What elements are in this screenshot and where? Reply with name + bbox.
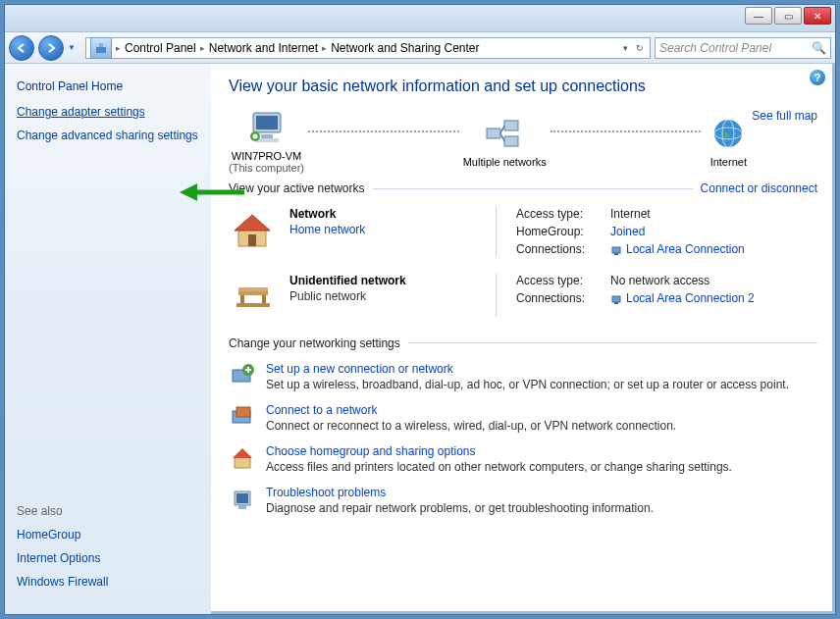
help-icon[interactable]: ? [810, 70, 825, 85]
breadcrumb-control-panel[interactable]: Control Panel [125, 41, 196, 55]
network-map: WIN7PRO-VM (This computer) Multiple netw… [229, 109, 817, 174]
address-bar[interactable]: ▸ Control Panel ▸ Network and Internet ▸… [85, 37, 651, 59]
map-node-multiple-networks[interactable]: Multiple networks [463, 115, 547, 168]
control-panel-home-link[interactable]: Control Panel Home [17, 79, 199, 93]
setup-connection-icon [229, 362, 256, 389]
task-link[interactable]: Troubleshoot problems [266, 486, 386, 499]
task-desc: Connect or reconnect to a wireless, wire… [266, 419, 676, 433]
navbar: ▼ ▸ Control Panel ▸ Network and Internet… [5, 32, 835, 64]
svg-rect-16 [248, 234, 256, 246]
svg-rect-25 [614, 302, 618, 304]
see-full-map-link[interactable]: See full map [752, 109, 817, 123]
main-panel: ? View your basic network information an… [211, 64, 835, 614]
close-button[interactable]: ✕ [804, 7, 831, 25]
connect-network-icon [229, 403, 256, 431]
forward-button[interactable] [38, 35, 64, 61]
network-type-link[interactable]: Home network [289, 223, 476, 236]
task-desc: Set up a wireless, broadband, dial-up, a… [266, 378, 789, 391]
active-networks-header: View your active networks Connect or dis… [229, 181, 817, 195]
homegroup-link[interactable]: Joined [610, 225, 745, 238]
svg-point-11 [714, 120, 742, 147]
tasks-section: Change your networking settings Set up a… [229, 329, 817, 515]
svg-rect-33 [236, 493, 248, 503]
breadcrumb-network-internet[interactable]: Network and Internet [209, 41, 318, 55]
section-title: View your active networks [229, 181, 365, 195]
network-type: Public network [289, 289, 476, 303]
svg-rect-19 [236, 303, 270, 307]
maximize-button[interactable]: ▭ [774, 7, 802, 25]
prop-value: Internet [610, 207, 745, 221]
sidebar: Control Panel Home Change adapter settin… [5, 64, 211, 614]
map-link-line [308, 130, 459, 132]
back-button[interactable] [9, 35, 34, 61]
adapter-icon [610, 244, 622, 256]
task-setup-connection[interactable]: Set up a new connection or networkSet up… [229, 362, 817, 391]
task-homegroup-sharing[interactable]: Choose homegroup and sharing optionsAcce… [229, 444, 817, 474]
prop-key: Connections: [516, 291, 604, 305]
titlebar: — ▭ ✕ [5, 5, 835, 32]
network-name: Network [289, 207, 336, 221]
svg-rect-24 [612, 296, 620, 302]
chevron-right-icon: ▸ [322, 43, 327, 53]
prop-key: Connections: [516, 242, 604, 256]
task-desc: Diagnose and repair network problems, or… [266, 501, 654, 515]
network-entry: Network Home network Access type: Intern… [229, 201, 817, 268]
refresh-button[interactable]: ↻ [634, 43, 646, 53]
network-name: Unidentified network [289, 274, 406, 287]
chevron-right-icon: ▸ [200, 43, 205, 53]
task-link[interactable]: Choose homegroup and sharing options [266, 444, 475, 458]
task-troubleshoot[interactable]: Troubleshoot problemsDiagnose and repair… [229, 486, 817, 515]
home-network-icon [229, 207, 276, 250]
change-adapter-settings-link[interactable]: Change adapter settings [17, 105, 199, 119]
svg-rect-22 [262, 295, 266, 303]
map-node-label: Internet [705, 156, 752, 168]
page-title: View your basic network information and … [229, 77, 817, 95]
task-connect-network[interactable]: Connect to a networkConnect or reconnect… [229, 403, 817, 433]
connect-disconnect-link[interactable]: Connect or disconnect [701, 181, 817, 195]
svg-rect-9 [504, 121, 518, 130]
window: — ▭ ✕ ▼ ▸ Control Panel ▸ Network and In… [4, 4, 836, 615]
prop-value: No network access [610, 274, 755, 287]
networks-icon [481, 115, 528, 152]
search-input[interactable]: Search Control Panel 🔍 [655, 37, 831, 59]
troubleshoot-icon [229, 486, 256, 513]
svg-rect-1 [99, 43, 103, 47]
map-node-internet[interactable]: Internet [705, 115, 752, 168]
connection-link[interactable]: Local Area Connection 2 [610, 291, 755, 305]
address-dropdown[interactable]: ▾ [621, 43, 630, 53]
svg-rect-17 [612, 247, 620, 253]
breadcrumb-sharing-center[interactable]: Network and Sharing Center [331, 41, 479, 55]
search-icon: 🔍 [812, 41, 826, 55]
prop-key: HomeGroup: [516, 225, 604, 238]
svg-rect-23 [238, 287, 268, 291]
minimize-button[interactable]: — [745, 7, 772, 25]
computer-icon [243, 109, 290, 146]
globe-icon [705, 115, 752, 152]
svg-rect-20 [238, 291, 268, 295]
prop-key: Access type: [516, 207, 604, 221]
svg-marker-31 [233, 448, 252, 458]
connection-link[interactable]: Local Area Connection [610, 242, 745, 256]
task-link[interactable]: Set up a new connection or network [266, 362, 453, 376]
change-advanced-sharing-link[interactable]: Change advanced sharing settings [17, 129, 199, 142]
task-link[interactable]: Connect to a network [266, 403, 377, 417]
public-network-icon [229, 274, 276, 317]
homegroup-link[interactable]: HomeGroup [17, 528, 199, 542]
svg-point-7 [252, 134, 257, 139]
see-also-header: See also [17, 504, 199, 518]
svg-rect-0 [96, 47, 106, 53]
task-desc: Access files and printers located on oth… [266, 460, 732, 474]
map-node-sublabel: (This computer) [229, 162, 304, 174]
nav-history-dropdown[interactable]: ▼ [68, 43, 81, 52]
homegroup-icon [229, 444, 256, 472]
windows-firewall-link[interactable]: Windows Firewall [17, 575, 199, 589]
content-area: Control Panel Home Change adapter settin… [5, 64, 835, 614]
map-link-line [551, 130, 702, 132]
search-placeholder: Search Control Panel [659, 41, 771, 55]
svg-marker-15 [235, 215, 270, 231]
section-title: Change your networking settings [229, 336, 400, 350]
svg-rect-34 [238, 505, 246, 509]
svg-rect-3 [256, 116, 278, 129]
internet-options-link[interactable]: Internet Options [17, 551, 199, 565]
map-node-this-computer[interactable]: WIN7PRO-VM (This computer) [229, 109, 304, 174]
